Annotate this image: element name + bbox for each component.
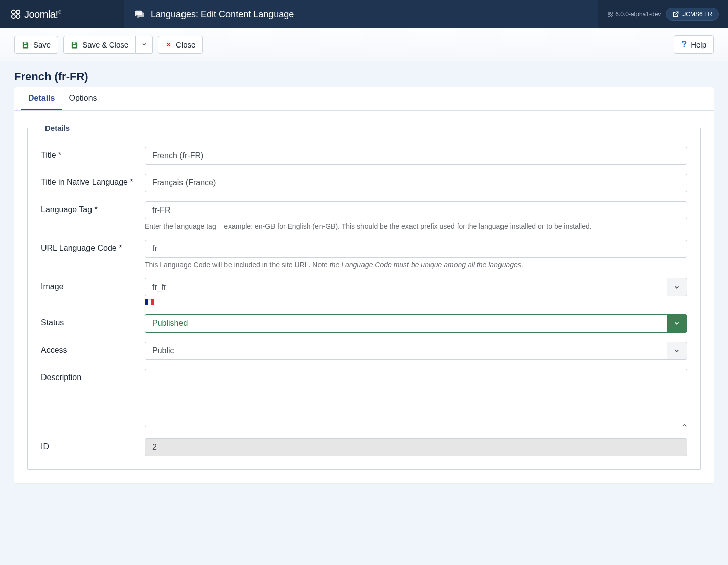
flag-france-icon <box>145 299 154 305</box>
save-close-button[interactable]: Save & Close <box>63 36 136 54</box>
tab-options[interactable]: Options <box>62 87 104 110</box>
description-label: Description <box>41 369 145 382</box>
svg-point-7 <box>611 15 613 17</box>
id-label: ID <box>41 438 145 451</box>
svg-point-3 <box>16 15 20 18</box>
svg-point-5 <box>611 12 613 14</box>
tab-details[interactable]: Details <box>21 87 62 110</box>
action-toolbar: Save Save & Close Close ? Help <box>0 28 728 61</box>
svg-point-1 <box>16 10 20 14</box>
topbar: Joomla!® Languages: Edit Content Languag… <box>0 0 728 28</box>
image-label: Image <box>41 278 145 291</box>
svg-point-0 <box>12 10 15 14</box>
image-select[interactable]: fr_fr <box>145 278 687 296</box>
status-select[interactable]: Published <box>145 314 687 333</box>
chevron-down-icon <box>141 41 147 48</box>
save-icon <box>71 41 78 49</box>
page-header-title: Languages: Edit Content Language <box>151 9 294 20</box>
url-code-help: This Language Code will be included in t… <box>145 261 687 269</box>
version-badge[interactable]: 6.0.0-alpha1-dev <box>607 11 661 18</box>
help-icon: ? <box>681 40 687 49</box>
comments-icon <box>133 9 145 20</box>
title-input[interactable] <box>145 147 687 165</box>
svg-point-2 <box>12 15 15 18</box>
joomla-logo-icon <box>10 9 21 20</box>
site-preview-button[interactable]: JCMS6 FR <box>666 8 719 21</box>
svg-point-6 <box>608 15 610 17</box>
topbar-brand[interactable]: Joomla!® <box>0 9 124 20</box>
language-tag-input[interactable] <box>145 201 687 219</box>
status-label: Status <box>41 314 145 327</box>
details-fieldset: Details Title * Title in Native Language… <box>27 124 701 470</box>
topbar-title-area: Languages: Edit Content Language <box>124 0 598 28</box>
save-dropdown-toggle[interactable] <box>136 36 153 54</box>
access-select[interactable]: Public <box>145 342 687 360</box>
save-icon <box>22 41 29 49</box>
chevron-down-icon <box>667 278 687 296</box>
fieldset-legend: Details <box>41 124 74 132</box>
brand-text: Joomla!® <box>24 9 61 20</box>
chevron-down-icon <box>667 314 687 333</box>
close-button[interactable]: Close <box>158 36 203 54</box>
native-title-label: Title in Native Language * <box>41 174 145 187</box>
help-button[interactable]: ? Help <box>674 35 714 54</box>
url-code-input[interactable] <box>145 240 687 258</box>
page-title: French (fr-FR) <box>14 61 714 87</box>
close-icon <box>165 41 172 48</box>
id-input <box>145 438 687 456</box>
chevron-down-icon <box>667 342 687 360</box>
language-tag-help: Enter the language tag – example: en-GB … <box>145 222 687 230</box>
title-label: Title * <box>41 147 145 160</box>
url-code-label: URL Language Code * <box>41 240 145 253</box>
joomla-mini-icon <box>607 11 613 17</box>
description-textarea[interactable] <box>145 369 687 427</box>
language-tag-label: Language Tag * <box>41 201 145 214</box>
native-title-input[interactable] <box>145 174 687 192</box>
svg-point-4 <box>608 12 610 14</box>
save-button[interactable]: Save <box>14 36 58 54</box>
external-link-icon <box>672 11 679 18</box>
access-label: Access <box>41 342 145 355</box>
tabs: Details Options <box>14 87 714 111</box>
